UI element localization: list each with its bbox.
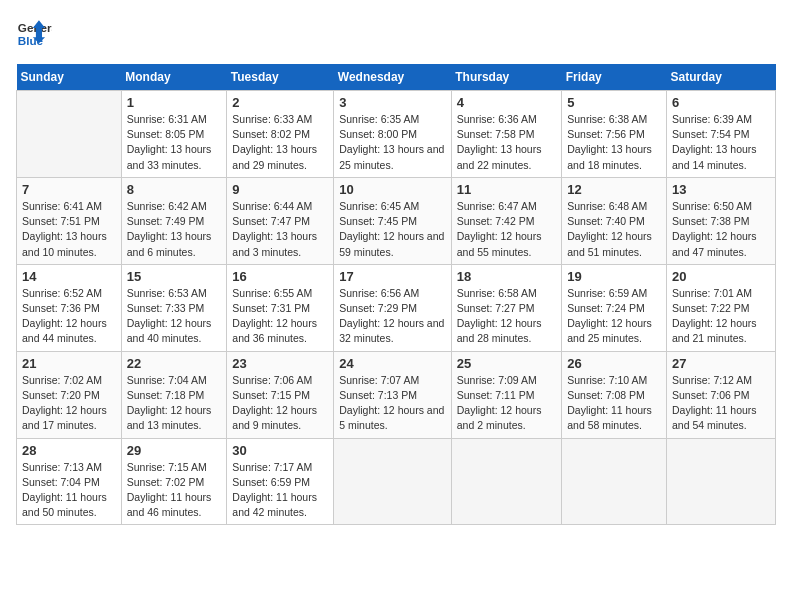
day-info: Sunrise: 6:33 AMSunset: 8:02 PMDaylight:… (232, 112, 328, 173)
day-number: 20 (672, 269, 770, 284)
day-info: Sunrise: 6:50 AMSunset: 7:38 PMDaylight:… (672, 199, 770, 260)
day-number: 1 (127, 95, 222, 110)
day-number: 9 (232, 182, 328, 197)
day-info: Sunrise: 7:17 AMSunset: 6:59 PMDaylight:… (232, 460, 328, 521)
logo: General Blue (16, 16, 56, 52)
calendar-cell: 22Sunrise: 7:04 AMSunset: 7:18 PMDayligh… (121, 351, 227, 438)
day-info: Sunrise: 7:02 AMSunset: 7:20 PMDaylight:… (22, 373, 116, 434)
weekday-header-wednesday: Wednesday (334, 64, 452, 91)
calendar-week-row: 28Sunrise: 7:13 AMSunset: 7:04 PMDayligh… (17, 438, 776, 525)
logo-icon: General Blue (16, 16, 52, 52)
day-number: 2 (232, 95, 328, 110)
day-number: 25 (457, 356, 556, 371)
day-info: Sunrise: 6:56 AMSunset: 7:29 PMDaylight:… (339, 286, 446, 347)
day-number: 29 (127, 443, 222, 458)
day-info: Sunrise: 6:41 AMSunset: 7:51 PMDaylight:… (22, 199, 116, 260)
calendar-week-row: 1Sunrise: 6:31 AMSunset: 8:05 PMDaylight… (17, 91, 776, 178)
calendar-cell: 2Sunrise: 6:33 AMSunset: 8:02 PMDaylight… (227, 91, 334, 178)
day-info: Sunrise: 6:53 AMSunset: 7:33 PMDaylight:… (127, 286, 222, 347)
calendar-cell: 4Sunrise: 6:36 AMSunset: 7:58 PMDaylight… (451, 91, 561, 178)
day-number: 23 (232, 356, 328, 371)
day-info: Sunrise: 6:55 AMSunset: 7:31 PMDaylight:… (232, 286, 328, 347)
day-info: Sunrise: 6:47 AMSunset: 7:42 PMDaylight:… (457, 199, 556, 260)
day-number: 13 (672, 182, 770, 197)
day-info: Sunrise: 6:48 AMSunset: 7:40 PMDaylight:… (567, 199, 661, 260)
day-number: 4 (457, 95, 556, 110)
day-number: 22 (127, 356, 222, 371)
calendar-table: SundayMondayTuesdayWednesdayThursdayFrid… (16, 64, 776, 525)
day-info: Sunrise: 7:12 AMSunset: 7:06 PMDaylight:… (672, 373, 770, 434)
day-number: 3 (339, 95, 446, 110)
day-info: Sunrise: 6:38 AMSunset: 7:56 PMDaylight:… (567, 112, 661, 173)
calendar-cell: 6Sunrise: 6:39 AMSunset: 7:54 PMDaylight… (666, 91, 775, 178)
day-number: 28 (22, 443, 116, 458)
calendar-cell: 30Sunrise: 7:17 AMSunset: 6:59 PMDayligh… (227, 438, 334, 525)
day-info: Sunrise: 7:09 AMSunset: 7:11 PMDaylight:… (457, 373, 556, 434)
day-info: Sunrise: 6:58 AMSunset: 7:27 PMDaylight:… (457, 286, 556, 347)
day-info: Sunrise: 7:10 AMSunset: 7:08 PMDaylight:… (567, 373, 661, 434)
calendar-cell: 25Sunrise: 7:09 AMSunset: 7:11 PMDayligh… (451, 351, 561, 438)
calendar-cell (17, 91, 122, 178)
weekday-header-sunday: Sunday (17, 64, 122, 91)
calendar-cell: 14Sunrise: 6:52 AMSunset: 7:36 PMDayligh… (17, 264, 122, 351)
day-info: Sunrise: 6:31 AMSunset: 8:05 PMDaylight:… (127, 112, 222, 173)
day-number: 5 (567, 95, 661, 110)
day-number: 14 (22, 269, 116, 284)
day-info: Sunrise: 6:45 AMSunset: 7:45 PMDaylight:… (339, 199, 446, 260)
day-number: 7 (22, 182, 116, 197)
calendar-cell: 11Sunrise: 6:47 AMSunset: 7:42 PMDayligh… (451, 177, 561, 264)
calendar-cell: 16Sunrise: 6:55 AMSunset: 7:31 PMDayligh… (227, 264, 334, 351)
day-info: Sunrise: 6:39 AMSunset: 7:54 PMDaylight:… (672, 112, 770, 173)
day-number: 15 (127, 269, 222, 284)
day-number: 24 (339, 356, 446, 371)
day-number: 8 (127, 182, 222, 197)
weekday-header-monday: Monday (121, 64, 227, 91)
calendar-cell (562, 438, 667, 525)
calendar-cell: 7Sunrise: 6:41 AMSunset: 7:51 PMDaylight… (17, 177, 122, 264)
calendar-cell (334, 438, 452, 525)
day-number: 19 (567, 269, 661, 284)
day-info: Sunrise: 7:15 AMSunset: 7:02 PMDaylight:… (127, 460, 222, 521)
day-number: 16 (232, 269, 328, 284)
day-number: 11 (457, 182, 556, 197)
calendar-cell: 24Sunrise: 7:07 AMSunset: 7:13 PMDayligh… (334, 351, 452, 438)
weekday-header-row: SundayMondayTuesdayWednesdayThursdayFrid… (17, 64, 776, 91)
calendar-week-row: 7Sunrise: 6:41 AMSunset: 7:51 PMDaylight… (17, 177, 776, 264)
calendar-cell (666, 438, 775, 525)
weekday-header-saturday: Saturday (666, 64, 775, 91)
calendar-cell: 26Sunrise: 7:10 AMSunset: 7:08 PMDayligh… (562, 351, 667, 438)
calendar-cell: 15Sunrise: 6:53 AMSunset: 7:33 PMDayligh… (121, 264, 227, 351)
calendar-cell: 19Sunrise: 6:59 AMSunset: 7:24 PMDayligh… (562, 264, 667, 351)
calendar-cell: 8Sunrise: 6:42 AMSunset: 7:49 PMDaylight… (121, 177, 227, 264)
calendar-week-row: 14Sunrise: 6:52 AMSunset: 7:36 PMDayligh… (17, 264, 776, 351)
day-number: 30 (232, 443, 328, 458)
calendar-cell: 9Sunrise: 6:44 AMSunset: 7:47 PMDaylight… (227, 177, 334, 264)
calendar-cell: 12Sunrise: 6:48 AMSunset: 7:40 PMDayligh… (562, 177, 667, 264)
day-info: Sunrise: 7:07 AMSunset: 7:13 PMDaylight:… (339, 373, 446, 434)
calendar-cell: 5Sunrise: 6:38 AMSunset: 7:56 PMDaylight… (562, 91, 667, 178)
day-info: Sunrise: 6:44 AMSunset: 7:47 PMDaylight:… (232, 199, 328, 260)
calendar-cell: 20Sunrise: 7:01 AMSunset: 7:22 PMDayligh… (666, 264, 775, 351)
calendar-week-row: 21Sunrise: 7:02 AMSunset: 7:20 PMDayligh… (17, 351, 776, 438)
calendar-cell: 3Sunrise: 6:35 AMSunset: 8:00 PMDaylight… (334, 91, 452, 178)
day-info: Sunrise: 6:35 AMSunset: 8:00 PMDaylight:… (339, 112, 446, 173)
day-number: 18 (457, 269, 556, 284)
day-number: 10 (339, 182, 446, 197)
day-info: Sunrise: 7:04 AMSunset: 7:18 PMDaylight:… (127, 373, 222, 434)
calendar-cell: 23Sunrise: 7:06 AMSunset: 7:15 PMDayligh… (227, 351, 334, 438)
page-header: General Blue (16, 16, 776, 52)
day-number: 6 (672, 95, 770, 110)
day-info: Sunrise: 6:52 AMSunset: 7:36 PMDaylight:… (22, 286, 116, 347)
day-number: 17 (339, 269, 446, 284)
calendar-cell: 1Sunrise: 6:31 AMSunset: 8:05 PMDaylight… (121, 91, 227, 178)
calendar-cell: 27Sunrise: 7:12 AMSunset: 7:06 PMDayligh… (666, 351, 775, 438)
day-info: Sunrise: 6:42 AMSunset: 7:49 PMDaylight:… (127, 199, 222, 260)
day-info: Sunrise: 7:06 AMSunset: 7:15 PMDaylight:… (232, 373, 328, 434)
calendar-cell (451, 438, 561, 525)
weekday-header-thursday: Thursday (451, 64, 561, 91)
day-number: 26 (567, 356, 661, 371)
day-number: 21 (22, 356, 116, 371)
calendar-cell: 29Sunrise: 7:15 AMSunset: 7:02 PMDayligh… (121, 438, 227, 525)
weekday-header-tuesday: Tuesday (227, 64, 334, 91)
calendar-cell: 28Sunrise: 7:13 AMSunset: 7:04 PMDayligh… (17, 438, 122, 525)
